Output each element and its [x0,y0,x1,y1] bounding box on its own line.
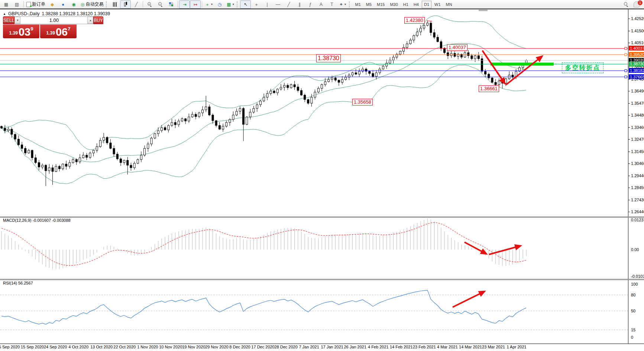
date-label: 10 Nov 2020 [159,345,182,349]
price-tick-label: 1.28450 [631,185,644,190]
rsi-scale-label: 50 [631,309,635,313]
crosshair-tool[interactable]: ＋ [251,0,262,9]
chart-scroll-thumb[interactable] [479,10,488,11]
price-scale[interactable]: 1.425201.415001.405101.385001.374801.364… [628,9,644,344]
clock-icon: ◷ [218,2,221,7]
volume-input[interactable] [20,17,87,24]
date-label: 4 Oct 2020 [68,345,88,349]
date-label: 14 Mar 2021 [459,345,482,349]
vline-tool[interactable]: | [262,0,272,9]
channel-tool[interactable]: ∥ [294,0,305,9]
auto-scroll-icon: ⇥ [183,2,187,7]
indicators-button[interactable]: ＋▾ [203,0,214,9]
zoom-out-button[interactable]: − [155,0,166,9]
price-tick-label: 1.27430 [631,198,644,202]
timeframe-m1[interactable]: M1 [353,1,363,8]
date-label: 4 Mar 2021 [437,345,458,349]
search-button[interactable] [621,0,631,9]
fibonacci-tool[interactable]: ƒ [305,0,315,9]
price-tick [628,176,630,176]
date-label: 28 Dec 2020 [274,345,297,349]
hline-tool[interactable]: — [272,0,283,9]
main-toolbar: ▦ ▧ 新订单 ◆ ● ◉ ◎ 自动交易 ╱ + − ⇥ ↦ ＋▾ ◷ ▩▾ ↖… [0,0,644,9]
price-callout-label[interactable]: 1.35658 [352,99,373,105]
macd-panel-splitter[interactable] [0,217,644,218]
timeframe-m5[interactable]: M5 [364,1,374,8]
price-callout-label[interactable]: 1.36661 [479,85,499,92]
rsi-panel-splitter[interactable] [0,279,644,280]
chart-window-icon[interactable]: ▦ [1,0,12,9]
date-label: 17 Jan 2021 [321,345,343,349]
price-callout-label[interactable]: 1.42380 [404,17,425,24]
price-tick [628,67,630,67]
candlestick-chart-button[interactable] [120,0,131,9]
price-tick [628,163,630,164]
timeframe-mn[interactable]: MN [444,1,454,8]
chart-canvas[interactable] [0,0,644,351]
price-tick [628,79,630,79]
pivot-note[interactable]: 多空转折点 [562,62,603,73]
template-icon: ▩ [227,2,231,7]
cursor-tool[interactable]: ↖ [240,0,251,9]
price-tick-label: 1.42520 [631,16,644,21]
timeframe-m15[interactable]: M15 [375,1,387,8]
collapse-icon[interactable]: ▲ [3,12,6,16]
chart-shift-button[interactable]: ↦ [190,0,201,9]
price-tick [628,152,630,152]
price-tick [628,127,630,128]
channel-icon: ∥ [298,2,301,7]
auto-scroll-button[interactable]: ⇥ [179,0,190,9]
timeframe-h4[interactable]: H4 [411,1,421,8]
shapes-icon: ✦ [339,2,343,7]
tile-windows-button[interactable] [166,0,177,9]
rsi-scale-label: 100 [631,282,638,286]
notifications-button[interactable]: 1 [634,1,640,7]
price-tick-label: 1.29440 [631,173,644,178]
notification-badge: 1 [638,0,643,5]
mailbox-button[interactable]: ◆ [47,0,58,9]
price-badge: 1.39520 [629,52,644,57]
volume-up-button[interactable]: ▲ [87,17,93,24]
price-tick [628,31,630,31]
autotrade-button[interactable]: ◎ 自动交易 [79,0,105,9]
volume-stepper: ▼ ▲ [14,16,93,24]
chart-shift-icon: ↦ [194,2,197,7]
timeframe-w1[interactable]: W1 [432,1,443,8]
trendline-tool[interactable]: ╱ [283,0,294,9]
sell-price-box[interactable]: 1.39 03 9 [3,25,39,38]
sell-button[interactable]: SELL [3,16,14,24]
timeframe-m30[interactable]: M30 [388,1,400,8]
shapes-tool[interactable]: ✦▾ [337,0,348,9]
window-icon: ▦ [4,2,8,7]
market-watch-icon[interactable]: ▧ [12,0,22,9]
date-axis[interactable]: 5 Sep 202015 Sep 202024 Sep 20204 Oct 20… [0,345,644,351]
line-chart-button[interactable]: ╱ [131,0,142,9]
rsi-scale-label: 0 [631,335,633,339]
buy-price-box[interactable]: 1.39 06 7 [40,25,77,38]
date-label: 23 Feb 2021 [413,345,436,349]
timeframe-d1[interactable]: D1 [422,1,431,8]
zoom-in-button[interactable]: + [144,0,155,9]
new-order-button[interactable]: 新订单 [25,0,47,9]
price-tick-label: 1.32470 [631,137,644,142]
date-label: 1 Nov 2020 [137,345,158,349]
text-tool[interactable]: A [315,0,326,9]
date-label: 17 Dec 2020 [251,345,274,349]
templates-button[interactable]: ▩▾ [225,0,236,9]
macd-scale-label: -0.010374 [631,274,644,279]
date-label: 1 Apr 2021 [507,345,526,349]
timeframe-h1[interactable]: H1 [401,1,411,8]
bar-chart-button[interactable] [109,0,120,9]
periods-button[interactable]: ◷ [214,0,225,9]
buy-button[interactable]: BUY [93,16,103,24]
volume-down-button[interactable]: ▼ [14,17,20,24]
cursor-icon: ↖ [244,2,247,7]
mt4-window: ▦ ▧ 新订单 ◆ ● ◉ ◎ 自动交易 ╱ + − ⇥ ↦ ＋▾ ◷ ▩▾ ↖… [0,0,644,351]
signal-button[interactable]: ◉ [68,0,79,9]
chevron-down-icon: ▾ [211,3,213,6]
profile-button[interactable]: ● [58,0,68,9]
label-tool[interactable]: T [326,0,337,9]
price-callout-label[interactable]: 1.40037 [447,44,467,51]
price-callout-label[interactable]: 1.38730 [316,54,341,62]
signal-icon: ◉ [72,2,75,7]
